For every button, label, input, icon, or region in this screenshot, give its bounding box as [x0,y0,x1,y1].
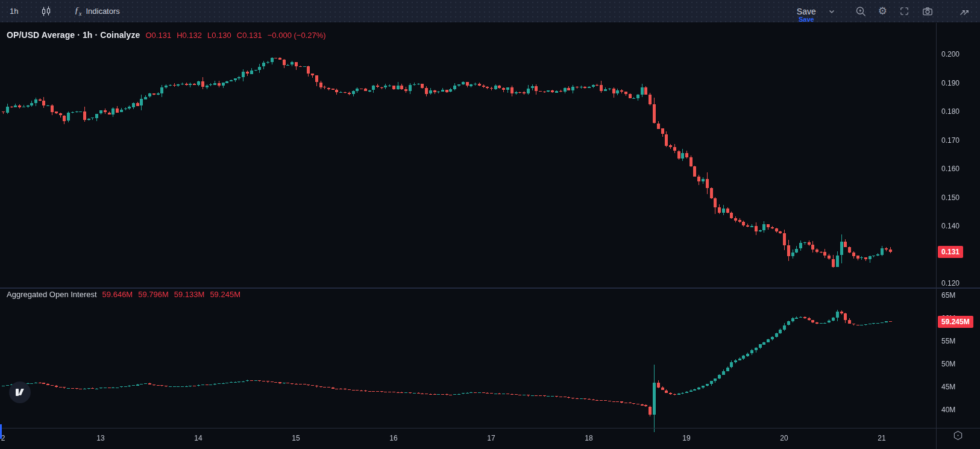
timezone-settings-icon[interactable] [953,430,963,442]
candle-style-button[interactable] [39,4,54,19]
ohlc-close: C0.131 [237,31,262,40]
ohlc-low: L0.130 [207,31,231,40]
candlestick-canvas[interactable] [0,0,980,449]
oi-low: 59.133M [174,290,205,299]
ohlc-change: −0.000 (−0.27%) [268,31,326,40]
camera-icon [922,5,934,17]
ohlc-high: H0.132 [177,31,202,40]
open-interest-pane-legend: Aggregated Open Interest 59.646M 59.796M… [7,290,240,299]
oi-close: 59.245M [210,290,240,299]
quick-search-button[interactable] [852,3,869,20]
price-axis-label: 0.160 [941,165,960,173]
open-interest-title[interactable]: Aggregated Open Interest [7,290,97,299]
chart-settings-button[interactable]: ⚙ [876,4,890,19]
save-button-group: Save Save [794,4,818,19]
price-axis-label: 0.140 [941,222,960,230]
interval-button[interactable]: 1h [7,4,20,18]
save-menu-chevron-button[interactable] [825,5,838,18]
price-pane-legend: OP/USD Average · 1h · Coinalyze O0.131 H… [7,30,326,40]
fullscreen-icon [899,5,910,17]
publish-button[interactable] [956,3,973,20]
time-axis[interactable]: 2131415161718192021 [0,428,980,449]
time-axis-label: 14 [194,434,202,442]
symbol-title[interactable]: OP/USD Average · 1h · Coinalyze [7,30,140,40]
oi-high: 59.796M [138,290,169,299]
oi-axis-label: 65M [941,291,955,300]
time-axis-label: 21 [878,434,885,442]
time-axis-label: 15 [292,434,300,442]
time-axis-label: 16 [389,434,397,442]
price-axis-label: 0.170 [941,136,960,145]
fx-indicators-icon: ƒx [74,5,81,17]
price-axis-label: 0.150 [941,193,960,202]
gear-icon: ⚙ [878,6,887,16]
last-open-interest-badge: 59.245M [938,316,973,328]
indicators-button[interactable]: ƒx Indicators [72,3,122,19]
publish-arrows-icon [958,5,970,17]
candlestick-style-icon [41,6,51,17]
time-axis-label: 17 [487,434,495,442]
quick-search-icon [855,5,867,17]
time-axis-label: 20 [780,434,788,442]
oi-open: 59.646M [102,290,133,299]
time-axis-label: 13 [96,434,104,442]
oi-axis-label: 45M [941,383,955,391]
toolbar-right-group: Save Save [794,0,980,22]
left-edge-accent-bar [0,424,2,439]
pane-resize-divider[interactable] [0,287,980,289]
oi-axis-label: 40M [941,406,955,414]
snapshot-button[interactable] [919,3,936,20]
chevron-down-icon [828,7,836,16]
oi-axis-label: 55M [941,337,955,345]
price-axis-label: 0.190 [941,79,960,87]
tradingview-logo[interactable] [9,381,31,403]
oi-axis-label: 50M [941,360,955,368]
ohlc-open: O0.131 [145,31,171,40]
open-interest-axis[interactable]: 65M60M55M50M45M40M [936,289,980,428]
save-tooltip: Save [799,16,814,23]
time-axis-label: 19 [682,434,690,442]
price-axis-label: 0.200 [941,50,960,58]
price-axis-label: 0.120 [941,279,960,287]
chart-application: 1h ƒx Indicators Save Save [0,0,980,449]
price-axis-label: 0.180 [941,107,960,116]
toolbar-left-group: 1h ƒx Indicators [0,0,122,22]
time-axis-label: 18 [585,434,592,442]
top-toolbar: 1h ƒx Indicators Save Save [0,0,980,23]
last-price-badge: 0.131 [938,246,963,258]
indicators-button-label: Indicators [86,7,119,16]
fullscreen-button[interactable] [896,3,912,19]
